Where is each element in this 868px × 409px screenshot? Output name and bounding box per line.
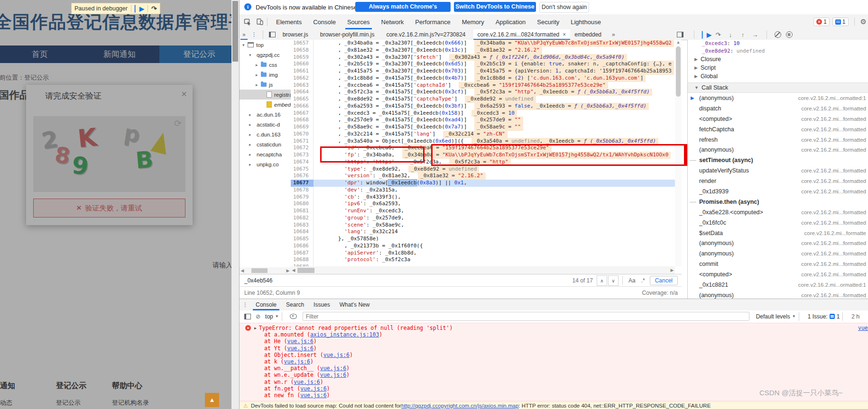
frame-location[interactable]: core.v2.16.2.mi...formatted — [796, 251, 866, 256]
pause-on-exceptions-button[interactable] — [786, 31, 793, 38]
code-line[interactable]: 10659 , _0x302a43 = _0x3a2307['$fetch'] … — [291, 54, 682, 61]
code-line[interactable]: 10677 'dpr': window[_0x1eedcb(0x8a3)] ||… — [291, 180, 682, 187]
code-line[interactable]: 10664 , _0x5f2c3a = _0x415a75[_0x1eedcb(… — [291, 89, 682, 96]
code-line[interactable]: 10662 , _0x1c8b8d = _0x415a75[_0x1eedcb(… — [291, 75, 682, 82]
expand-triangle-icon[interactable]: ▶ — [254, 326, 257, 330]
chevron-down-icon[interactable]: ▼ — [694, 85, 699, 90]
line-number[interactable]: 10661 — [291, 68, 314, 75]
kebab-menu-icon[interactable]: ⋮ — [240, 299, 251, 310]
source-map-url-link[interactable]: http://qgzpdj.ccopyright.com.cn/js/axios… — [401, 403, 518, 409]
tree-expander-icon[interactable]: ▸ — [249, 152, 254, 157]
tree-item[interactable]: registra — [240, 90, 291, 100]
scope-section[interactable]: ▶ Script — [688, 64, 868, 72]
issues-count-badge[interactable]: 1 — [832, 18, 849, 26]
line-number[interactable]: 10676 — [291, 173, 314, 180]
scroll-right-icon[interactable]: ▶ — [669, 268, 675, 273]
step-over-icon[interactable]: ↷ — [151, 5, 157, 12]
tree-item[interactable]: ▸ img — [240, 70, 291, 80]
tree-item[interactable]: ▸ unpkg.co — [240, 159, 291, 169]
code-line[interactable]: 10684 'lang': _0x32c214 — [291, 228, 682, 236]
call-stack-frame[interactable]: $setData core.v2.16.2.mi...formatte — [688, 228, 868, 238]
line-number[interactable]: 10657 — [291, 40, 314, 47]
line-number[interactable]: 10669 — [291, 124, 314, 131]
chevron-right-icon[interactable]: ▶ — [694, 74, 698, 79]
code-line[interactable]: 10661 , _0x415a75 = _0x3a2307[_0x1eedcb(… — [291, 68, 682, 75]
settings-gear-icon[interactable]: ⚙ — [860, 18, 867, 26]
frame-location[interactable]: core.v2.16.2.mi...ormatted:1 — [794, 282, 866, 288]
tree-expander-icon[interactable]: ▸ — [249, 132, 254, 137]
log-levels-dropdown[interactable]: Default levels▼ — [756, 313, 796, 320]
line-number[interactable]: 10666 — [291, 103, 314, 110]
scrollbar-thumb[interactable] — [297, 268, 314, 273]
frame-location[interactable]: core.v2.16.2.mi...formatted — [796, 137, 866, 143]
tree-expander-icon[interactable]: ▸ — [249, 162, 254, 167]
line-number[interactable]: 10660 — [291, 61, 314, 68]
frame-location[interactable]: core.v2.16.2.mi...formatte — [800, 230, 866, 236]
code-line[interactable]: 10665 , _0xe8de92 = _0x415a75['captchaTy… — [291, 96, 682, 103]
code-line[interactable]: 10657 , _0x34ba0a = _0x3a2307[_0x1eedcb(… — [291, 40, 682, 47]
scope-variable[interactable]: _0xe8de92: undefined — [688, 47, 868, 55]
frame-location[interactable]: core.v2.16.2.mi...formatted — [796, 272, 866, 277]
scroll-up-icon[interactable]: ▲ — [675, 40, 682, 45]
call-stack-frame[interactable]: (anonymous) core.v2.16.2.mi...formatted — [688, 290, 868, 299]
stack-source-link[interactable]: axios_instance.js:103 — [310, 331, 379, 338]
call-stack-frame[interactable]: _0x1d3939 core.v2.16.2.mi...formatted — [688, 186, 868, 197]
drawer-tab[interactable]: Console — [251, 299, 281, 310]
line-number[interactable]: 10687 — [291, 250, 314, 257]
line-number[interactable]: 10681 — [291, 208, 314, 215]
call-stack-frame[interactable]: (anonymous) core.v2.16.2.mi...formatted — [688, 238, 868, 248]
line-number[interactable]: 10675 — [291, 166, 314, 173]
line-number[interactable]: 10684 — [291, 228, 314, 236]
code-line[interactable]: 10685 }, _0x57858e) — [291, 236, 682, 243]
tree-expander-icon[interactable]: ▸ — [249, 112, 254, 117]
line-number[interactable]: 10670 — [291, 131, 314, 138]
scroll-left-icon[interactable]: ◀ — [291, 268, 296, 273]
tree-item[interactable]: ▸ cstaticdun — [240, 139, 291, 149]
tree-item[interactable]: ▾ top — [240, 40, 291, 50]
line-number[interactable]: 10673 — [291, 152, 314, 159]
tree-item[interactable]: embedded — [240, 100, 291, 109]
line-number[interactable]: 10671 — [291, 138, 314, 145]
scrollbar-thumb[interactable] — [676, 46, 681, 97]
code-line[interactable]: 10682 'group': _0x257de9, — [291, 215, 682, 222]
code-line[interactable]: 10688 'protocol': _0x5f2c3a — [291, 256, 682, 264]
match-case-toggle[interactable]: Aa — [628, 277, 636, 284]
stack-source-link[interactable]: vue.js:6 — [294, 379, 320, 385]
frame-location[interactable]: core.v2.16.2.mi...formatted — [796, 189, 866, 194]
live-expression-eye-icon[interactable] — [290, 314, 297, 319]
call-stack-frame[interactable]: Promise.then (async) — [688, 197, 868, 207]
call-stack-frame[interactable]: refresh core.v2.16.2.mi...formatted — [688, 135, 868, 145]
deactivate-breakpoints-button[interactable] — [775, 31, 781, 38]
call-stack-frame[interactable]: <computed> core.v2.16.2.mi...formatted — [688, 269, 868, 280]
line-number[interactable]: 10667 — [291, 110, 314, 117]
frame-location[interactable]: core.v2.16.2.mi...formatted — [796, 209, 866, 215]
line-number[interactable]: 10683 — [291, 222, 314, 229]
line-number[interactable]: 10686 — [291, 243, 314, 250]
issues-chip[interactable]: 1 Issue: 1 — [808, 313, 840, 320]
devtools-panel-tab[interactable]: Elements — [270, 15, 307, 29]
line-number[interactable]: 10688 — [291, 256, 314, 264]
frame-location[interactable]: core.v2.16.2.mi...formatted — [796, 127, 866, 132]
scroll-right-icon[interactable]: ▶ — [285, 268, 291, 273]
devtools-panel-tab[interactable]: Lighthouse — [565, 15, 607, 29]
tree-expander-icon[interactable]: ▸ — [256, 63, 261, 67]
drawer-tab[interactable]: Search — [281, 299, 309, 310]
drawer-tab[interactable]: What's New — [335, 299, 375, 310]
devtools-panel-tab[interactable]: Application — [490, 15, 532, 29]
tree-expander-icon[interactable]: ▸ — [249, 142, 254, 147]
always-match-language-button[interactable]: Always match Chrome's language — [355, 2, 451, 12]
console-filter-box[interactable] — [303, 312, 749, 321]
call-stack-frame[interactable]: (anonymous) core.v2.16.2.mi...ormatted:1 — [688, 93, 868, 103]
file-tab[interactable]: browser.js — [278, 29, 316, 40]
stack-source-link[interactable]: vue.js:6 — [320, 372, 346, 378]
step-button[interactable]: → — [751, 31, 759, 38]
call-stack-frame[interactable]: render core.v2.16.2.mi...formatted — [688, 176, 868, 186]
stack-source-link[interactable]: vue.js:6 — [320, 365, 346, 372]
call-stack-frame[interactable]: (anonymous) core.v2.16.2.mi...formatted — [688, 248, 868, 259]
line-number[interactable]: 10677 — [291, 180, 314, 187]
tree-item[interactable]: ▸ js — [240, 80, 291, 90]
call-stack-frame[interactable]: _0x1c8821 core.v2.16.2.mi...ormatted:1 — [688, 280, 868, 290]
file-tab[interactable]: core.v2.16.2.mi...0824:formatted× — [473, 29, 571, 40]
frame-location[interactable]: core.v2.16.2.mi...formatted — [796, 116, 866, 122]
resume-script-button[interactable]: ▏▶ — [702, 31, 710, 38]
